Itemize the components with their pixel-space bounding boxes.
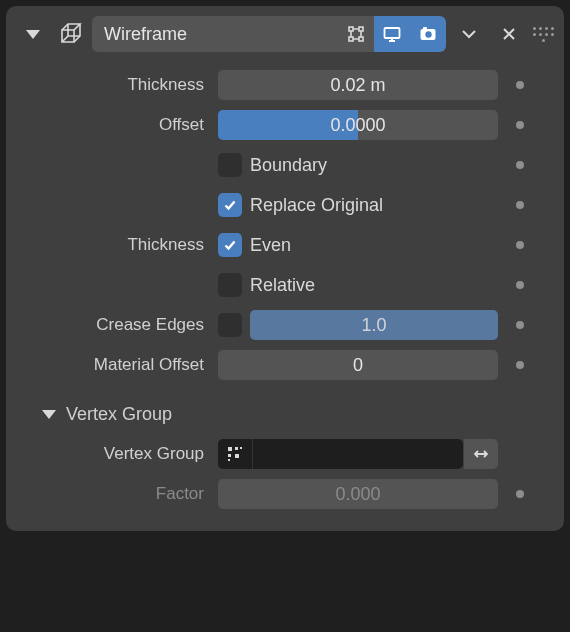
anim-dot[interactable] [516,321,524,329]
svg-rect-4 [385,28,400,38]
svg-rect-3 [359,37,363,41]
svg-rect-2 [349,37,353,41]
svg-point-7 [425,31,431,37]
offset-label: Offset [14,115,218,135]
thickness-field[interactable]: 0.02 m [218,70,498,100]
wireframe-modifier-panel: Wireframe [6,6,564,531]
relative-checkbox[interactable] [218,273,242,297]
thickness-label: Thickness [14,75,218,95]
display-render-toggle[interactable] [410,16,446,52]
display-realtime-toggle[interactable] [374,16,410,52]
svg-rect-8 [228,447,232,451]
boundary-label: Boundary [250,155,327,176]
svg-rect-0 [349,27,353,31]
anim-dot[interactable] [516,121,524,129]
drag-handle[interactable] [532,27,554,42]
boundary-checkbox[interactable] [218,153,242,177]
svg-rect-12 [228,459,230,461]
svg-rect-11 [235,454,239,458]
modifier-name-text: Wireframe [92,24,338,45]
anim-dot[interactable] [516,201,524,209]
svg-rect-10 [235,447,238,450]
offset-slider[interactable]: 0.0000 [218,110,498,140]
anim-dot[interactable] [516,81,524,89]
display-toggle-group [338,16,446,52]
svg-rect-9 [228,454,231,457]
factor-label: Factor [14,484,218,504]
crease-weight-field[interactable]: 1.0 [250,310,498,340]
svg-rect-1 [359,27,363,31]
material-offset-field[interactable]: 0 [218,350,498,380]
vertex-group-label: Vertex Group [14,444,218,464]
collapse-toggle[interactable] [16,17,50,51]
crease-edges-checkbox[interactable] [218,313,242,337]
vertex-group-picker-icon [218,439,253,469]
relative-label: Relative [250,275,315,296]
anim-dot[interactable] [516,161,524,169]
factor-field[interactable]: 0.000 [218,479,498,509]
svg-rect-6 [423,27,427,30]
extras-dropdown[interactable] [452,17,486,51]
vertex-group-invert-button[interactable] [464,439,498,469]
vertex-group-subpanel-header[interactable]: Vertex Group [14,388,556,431]
even-label: Even [250,235,291,256]
crease-edges-label: Crease Edges [14,315,218,335]
wireframe-icon [56,19,86,49]
vertex-group-field[interactable] [218,439,463,469]
chevron-down-icon [26,30,40,39]
anim-dot[interactable] [516,361,524,369]
replace-original-checkbox[interactable] [218,193,242,217]
anim-dot[interactable] [516,241,524,249]
modifier-header: Wireframe [14,12,556,62]
thickness-mode-label: Thickness [14,235,218,255]
modifier-name-field[interactable]: Wireframe [92,16,446,52]
delete-modifier-button[interactable] [492,17,526,51]
chevron-down-icon [42,410,56,419]
svg-rect-13 [240,447,242,449]
anim-dot[interactable] [516,490,524,498]
even-checkbox[interactable] [218,233,242,257]
anim-dot[interactable] [516,281,524,289]
material-offset-label: Material Offset [14,355,218,375]
replace-original-label: Replace Original [250,195,383,216]
display-editmode-toggle[interactable] [338,16,374,52]
